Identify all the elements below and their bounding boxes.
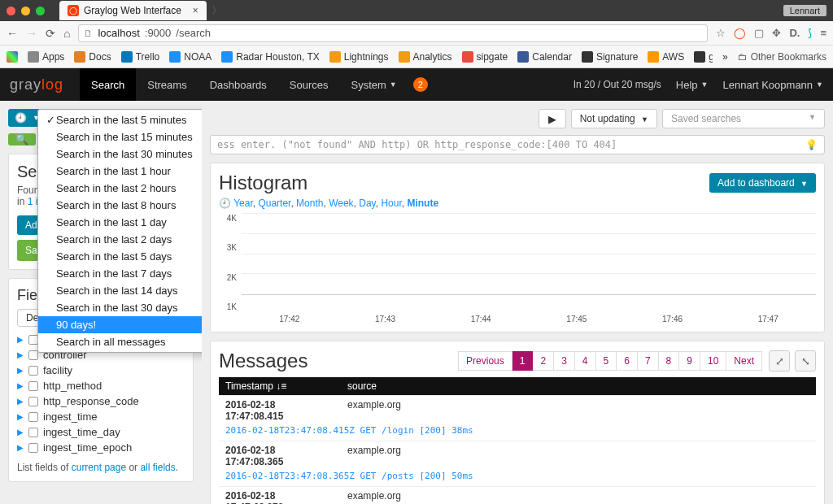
update-interval-button[interactable]: Not updating ▼ [571, 109, 657, 128]
histogram-bars[interactable] [242, 214, 816, 295]
pager-page[interactable]: 8 [659, 351, 680, 371]
message-row[interactable]: 2016-02-18 17:47:08.415example.org [219, 396, 816, 426]
pager-page[interactable]: Previous [458, 351, 512, 371]
other-bookmarks[interactable]: 🗀 Other Bookmarks [738, 51, 826, 63]
message-row[interactable]: 2016-02-18 17:47:08.365example.org [219, 441, 816, 471]
pager-page[interactable]: 1 [512, 351, 534, 371]
saved-searches-select[interactable]: Saved searches▼ [662, 109, 825, 128]
message-row[interactable]: 2016-02-18 17:47:08.270example.org [219, 487, 816, 505]
nav-help[interactable]: Help▼ [676, 68, 709, 101]
bookmark-item[interactable]: Radar Houston, TX [221, 51, 320, 63]
granularity-option[interactable]: Day [359, 198, 375, 209]
browser-tab[interactable]: ◯ Graylog Web Interface × [59, 1, 207, 20]
all-fields-link[interactable]: all fields [140, 462, 175, 473]
nav-streams[interactable]: Streams [136, 68, 198, 101]
notification-badge[interactable]: 2 [413, 77, 428, 92]
home-icon[interactable]: ⌂ [63, 27, 70, 40]
timerange-option[interactable]: Search in the last 14 days [38, 282, 202, 299]
reload-icon[interactable]: ⟳ [46, 27, 55, 40]
timerange-option[interactable]: Search in the last 1 hour [38, 163, 202, 180]
star-icon[interactable]: ☆ [716, 27, 726, 39]
timerange-option[interactable]: Search in the last 30 minutes [38, 146, 202, 163]
bookmark-item[interactable]: Lightnings [329, 51, 389, 63]
collapse-icon[interactable]: ⤡ [795, 350, 816, 371]
minimize-window-icon[interactable] [21, 7, 30, 15]
field-item[interactable]: ▶ingest_time_epoch [17, 440, 185, 455]
tab-close-icon[interactable]: × [193, 5, 198, 16]
bookmark-item[interactable]: Calendar [517, 51, 572, 63]
move-icon[interactable]: ✥ [772, 27, 781, 39]
nav-dashboards[interactable]: Dashboards [198, 68, 278, 101]
granularity-option[interactable]: Month [296, 198, 323, 209]
s-icon[interactable]: ⟆ [808, 27, 812, 39]
graylog-logo[interactable]: graylog [10, 76, 63, 93]
timerange-option[interactable]: Search in the last 2 days [38, 231, 202, 248]
maximize-window-icon[interactable] [36, 7, 45, 15]
bookmark-item[interactable]: AWS [648, 51, 684, 63]
bookmark-item[interactable]: Signature [582, 51, 638, 63]
pager-page[interactable]: 6 [617, 351, 638, 371]
field-checkbox[interactable] [28, 443, 38, 453]
field-checkbox[interactable] [28, 397, 38, 406]
pager-page[interactable]: 2 [533, 351, 554, 371]
bookmarks-overflow[interactable]: » [722, 51, 728, 63]
timerange-option[interactable]: Search in the last 30 days [38, 299, 202, 316]
expand-icon[interactable]: ⤢ [769, 350, 790, 371]
bookmark-item[interactable]: gl2 [694, 51, 713, 63]
granularity-option[interactable]: Quarter [258, 198, 290, 209]
field-checkbox[interactable] [28, 381, 38, 391]
pager-page[interactable]: 5 [596, 351, 617, 371]
nav-search[interactable]: Search [80, 68, 136, 101]
timerange-option[interactable]: Search in the last 2 hours [38, 180, 202, 197]
field-item[interactable]: ▶ingest_time_day [17, 424, 185, 440]
add-to-dashboard-button[interactable]: Add to dashboard ▼ [709, 173, 816, 193]
new-tab-icon[interactable]: 〉 [212, 3, 222, 18]
timerange-option[interactable]: Search in the last 15 minutes [38, 128, 202, 146]
sort-icon[interactable]: ↓≡ [276, 380, 286, 392]
search-button[interactable]: 🔍 [8, 133, 36, 146]
play-button[interactable]: ▶ [539, 109, 566, 128]
url-input[interactable]: 🗋 localhost:9000/search [78, 24, 708, 42]
d-icon[interactable]: D. [789, 27, 800, 39]
pager-page[interactable]: 10 [700, 351, 726, 371]
field-checkbox[interactable] [28, 428, 38, 437]
pager-page[interactable]: 4 [575, 351, 596, 371]
field-item[interactable]: ▶facility [17, 363, 185, 378]
granularity-option[interactable]: Year [233, 198, 253, 209]
forward-icon[interactable]: → [26, 27, 37, 40]
granularity-option[interactable]: Minute [407, 198, 438, 209]
pager-page[interactable]: Next [726, 351, 762, 371]
granularity-option[interactable]: Week [329, 198, 353, 209]
bookmark-item[interactable]: Apps [28, 51, 64, 63]
timerange-option[interactable]: Search in the last 5 days [38, 248, 202, 265]
timerange-option[interactable]: 90 days! [38, 316, 202, 333]
cast-icon[interactable]: ▢ [754, 27, 764, 39]
profile-chip[interactable]: Lennart [783, 5, 826, 16]
bookmark-item[interactable]: Analytics [399, 51, 452, 63]
field-checkbox[interactable] [28, 366, 38, 376]
bookmark-item[interactable]: sipgate [462, 51, 508, 63]
timerange-option[interactable]: ✓Search in the last 5 minutes [38, 111, 202, 128]
pager-page[interactable]: 3 [554, 351, 575, 371]
nav-sources[interactable]: Sources [278, 68, 340, 101]
field-item[interactable]: ▶http_method [17, 378, 185, 393]
timerange-option[interactable]: Search in the last 1 day [38, 214, 202, 231]
bookmark-item[interactable]: NOAA [169, 51, 212, 63]
search-input-fragment[interactable]: ess enter. ("not found" AND http) OR htt… [217, 139, 617, 150]
granularity-option[interactable]: Hour [381, 198, 401, 209]
field-item[interactable]: ▶http_response_code [17, 393, 185, 409]
bookmark-item[interactable]: Trello [121, 51, 160, 63]
field-checkbox[interactable] [28, 412, 38, 422]
nav-user[interactable]: Lennart Koopmann▼ [722, 68, 823, 101]
close-window-icon[interactable] [7, 7, 15, 15]
bookmark-item[interactable]: Docs [74, 51, 111, 63]
pager-page[interactable]: 7 [638, 351, 659, 371]
timerange-option[interactable]: Search in all messages [38, 333, 202, 350]
apps-icon[interactable] [7, 51, 18, 63]
nav-system[interactable]: System▼ [339, 68, 408, 101]
timerange-option[interactable]: Search in the last 7 days [38, 265, 202, 282]
menu-icon[interactable]: ≡ [820, 27, 826, 39]
field-item[interactable]: ▶ingest_time [17, 409, 185, 424]
timerange-option[interactable]: Search in the last 8 hours [38, 197, 202, 214]
back-icon[interactable]: ← [7, 27, 18, 40]
